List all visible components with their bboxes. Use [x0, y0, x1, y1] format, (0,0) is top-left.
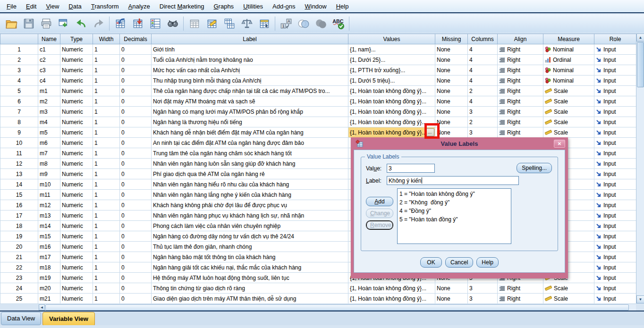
cell-label[interactable]: Phong cách làm việc của nhân viên chuyên…: [152, 221, 348, 231]
cell-values[interactable]: {1, Hoàn toàn không đồng ý}...: [348, 117, 435, 127]
split-file-icon[interactable]: [220, 16, 238, 32]
cell-rownum[interactable]: 4: [0, 76, 38, 86]
cell-type[interactable]: Numeric: [60, 262, 93, 273]
tab-variable-view[interactable]: Variable View: [42, 312, 95, 326]
cell-measure[interactable]: Scale: [543, 283, 594, 294]
cell-rownum[interactable]: 18: [0, 221, 38, 231]
cell-missing[interactable]: None: [435, 294, 468, 304]
cell-type[interactable]: Numeric: [60, 44, 93, 55]
cell-name[interactable]: m9: [38, 169, 60, 179]
value-labels-list[interactable]: 1 = "Hoàn toàn không đồng ý"2 = "Không đ…: [397, 188, 511, 244]
cell-rownum[interactable]: 8: [0, 117, 38, 127]
column-header-name[interactable]: Name: [38, 34, 60, 44]
cell-label[interactable]: Mức học vấn cao nhất của Anh/chị: [152, 65, 348, 76]
cell-name[interactable]: c3: [38, 65, 60, 76]
menu-add-ons[interactable]: Add-ons: [268, 1, 300, 12]
cell-label[interactable]: Khách hàng dễ nhận biết điểm đặt máy ATM…: [152, 127, 348, 138]
cell-label[interactable]: Thẻ của ngân hàng được chấp nhận tại tất…: [152, 86, 348, 96]
cell-values[interactable]: {1, Hoàn toàn không đồng ý}...: [348, 107, 435, 117]
cell-measure[interactable]: Nominal: [543, 65, 594, 76]
cell-role[interactable]: Input: [594, 231, 636, 242]
menu-utilities[interactable]: Utilities: [238, 1, 268, 12]
cell-role[interactable]: Input: [594, 44, 636, 55]
cell-name[interactable]: c4: [38, 76, 60, 86]
cell-width[interactable]: 1: [93, 86, 120, 96]
cell-width[interactable]: 1: [93, 231, 120, 242]
weight-cases-icon[interactable]: [238, 16, 255, 32]
cell-width[interactable]: 1: [93, 44, 120, 55]
vertical-scroll-thumb[interactable]: [637, 42, 644, 87]
cell-width[interactable]: 1: [93, 221, 120, 231]
cell-rownum[interactable]: 16: [0, 200, 38, 210]
menu-graphs[interactable]: Graphs: [209, 1, 238, 12]
cell-decimals[interactable]: 0: [120, 117, 152, 127]
cell-width[interactable]: 1: [93, 179, 120, 190]
cell-columns[interactable]: 3: [468, 107, 498, 117]
cell-name[interactable]: m6: [38, 138, 60, 148]
cell-label[interactable]: Trung tâm thẻ của ngân hàng chăm sóc khá…: [152, 148, 348, 159]
cell-rownum[interactable]: 20: [0, 242, 38, 252]
change-button[interactable]: Change: [366, 209, 393, 218]
cell-width[interactable]: 1: [93, 273, 120, 283]
cell-rownum[interactable]: 7: [0, 107, 38, 117]
cell-columns[interactable]: 2: [468, 86, 498, 96]
cell-role[interactable]: Input: [594, 242, 636, 252]
cell-values[interactable]: {1, Hoàn toàn không đồng ý}...: [348, 86, 435, 96]
cell-decimals[interactable]: 0: [120, 231, 152, 242]
horizontal-scroll-thumb[interactable]: [45, 304, 629, 311]
value-input[interactable]: 3: [387, 164, 435, 173]
cell-rownum[interactable]: 19: [0, 231, 38, 242]
cell-width[interactable]: 1: [93, 96, 120, 107]
vertical-scrollbar[interactable]: ▲ ▼: [636, 34, 644, 303]
cell-columns[interactable]: 4: [468, 44, 498, 55]
cell-label[interactable]: Nhân viên ngân hàng luôn sẵn sàng giúp đ…: [152, 159, 348, 169]
cell-label[interactable]: Hệ thống máy ATM luôn hoạt động thông su…: [152, 273, 348, 283]
value-label-entry[interactable]: 5 = "Hoàn toàn đồng ý": [399, 215, 509, 224]
cell-type[interactable]: Numeric: [60, 76, 93, 86]
column-header-width[interactable]: Width: [93, 34, 120, 44]
cell-role[interactable]: Input: [594, 221, 636, 231]
cell-type[interactable]: Numeric: [60, 190, 93, 200]
cell-decimals[interactable]: 0: [120, 179, 152, 190]
goto-case-icon[interactable]: [111, 16, 129, 32]
cell-label[interactable]: Nơi đặt máy ATM thoáng mát và sạch sẽ: [152, 96, 348, 107]
cell-label[interactable]: Ngân hàng có đường dây nóng tư vấn dịch …: [152, 231, 348, 242]
cell-rownum[interactable]: 3: [0, 65, 38, 76]
cell-type[interactable]: Numeric: [60, 55, 93, 65]
cell-label[interactable]: Ngân hàng là thương hiệu nổi tiếng: [152, 117, 348, 127]
remove-button[interactable]: Remove: [366, 220, 393, 230]
label-input[interactable]: Không ý kiến: [387, 176, 519, 185]
cell-missing[interactable]: None: [435, 65, 468, 76]
cell-role[interactable]: Input: [594, 148, 636, 159]
cell-role[interactable]: Input: [594, 86, 636, 96]
open-file-icon[interactable]: [2, 16, 20, 32]
cell-name[interactable]: m7: [38, 148, 60, 159]
cell-decimals[interactable]: 0: [120, 65, 152, 76]
cell-rownum[interactable]: 24: [0, 283, 38, 294]
cell-name[interactable]: c2: [38, 55, 60, 65]
cell-missing[interactable]: None: [435, 44, 468, 55]
cell-label[interactable]: Thông tin chứng từ giao dịch rõ ràng: [152, 283, 348, 294]
cell-label[interactable]: Ngân hàng giải tốt các khiếu nại, thắc m…: [152, 262, 348, 273]
cell-type[interactable]: Numeric: [60, 169, 93, 179]
cell-name[interactable]: m10: [38, 179, 60, 190]
cell-label[interactable]: Giới tính: [152, 44, 348, 55]
scroll-up-icon[interactable]: ▲: [636, 34, 644, 42]
cell-missing[interactable]: None: [435, 107, 468, 117]
cell-role[interactable]: Input: [594, 159, 636, 169]
cell-label[interactable]: Tuổi của Anh/chị nằm trong khoảng nào: [152, 55, 348, 65]
value-label-entry[interactable]: 1 = "Hoàn toàn không đồng ý": [399, 190, 509, 198]
cell-align[interactable]: Right: [498, 294, 543, 304]
column-header-label[interactable]: Label: [152, 34, 348, 44]
column-header-missing[interactable]: Missing: [435, 34, 468, 44]
insert-cases-icon[interactable]: [186, 16, 203, 32]
cell-label[interactable]: Thu nhập trung bình mỗi tháng của Anh/ch…: [152, 76, 348, 86]
cell-role[interactable]: Input: [594, 76, 636, 86]
cell-rownum[interactable]: 21: [0, 252, 38, 262]
cell-role[interactable]: Input: [594, 294, 636, 304]
column-header-rownum[interactable]: [0, 34, 38, 44]
value-label-entry[interactable]: 2 = "Không đồng ý": [399, 198, 509, 207]
cell-type[interactable]: Numeric: [60, 273, 93, 283]
cell-type[interactable]: Numeric: [60, 221, 93, 231]
cell-decimals[interactable]: 0: [120, 200, 152, 210]
